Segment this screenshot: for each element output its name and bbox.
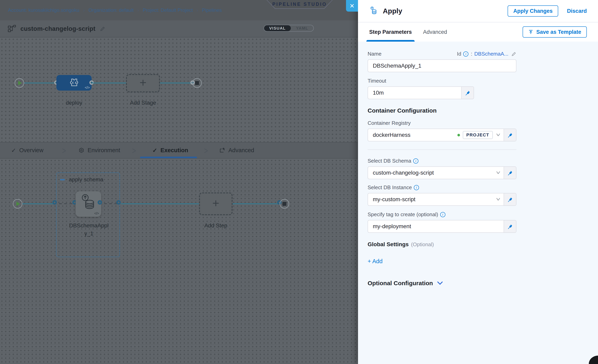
step-label-line1: DBSchemaAppl: [66, 222, 112, 229]
stage-label: deploy: [56, 99, 91, 106]
save-as-template-label: Save as Template: [536, 29, 581, 35]
edge-addstage-to-end: [160, 83, 193, 83]
breadcrumb-account-link[interactable]: Account: kurosakiichigo.songoku: [8, 7, 79, 13]
pipeline-graph-icon: [8, 25, 17, 33]
breadcrumb-organization-link[interactable]: Organization: default: [88, 7, 133, 13]
info-icon[interactable]: i: [414, 185, 419, 190]
step-parameters-form: Name Id i : DBSchemaA... Timeout 10m: [358, 41, 598, 364]
stage-node-deploy[interactable]: </>: [56, 75, 91, 91]
plus-icon: +: [212, 197, 219, 209]
timeout-input[interactable]: 10m: [368, 87, 461, 99]
hexagon-icon: [78, 147, 84, 153]
step-group-label: apply schema: [69, 176, 103, 183]
canvas-dot-grid-execution[interactable]: [0, 159, 358, 364]
apply-changes-button[interactable]: Apply Changes: [508, 5, 558, 17]
section-divider: [368, 149, 516, 150]
db-instance-label: Select DB Instance i: [368, 184, 516, 190]
info-icon[interactable]: i: [463, 51, 468, 57]
edge-addstep-to-end: [233, 203, 280, 204]
advanced-panel-icon: [219, 147, 225, 153]
pin-icon: [507, 223, 513, 229]
tab-execution[interactable]: ✓ Execution: [152, 142, 188, 158]
tab-advanced[interactable]: Advanced: [219, 142, 254, 158]
id-value[interactable]: DBSchemaA...: [474, 51, 508, 57]
breadcrumb-separator: ›: [83, 7, 85, 13]
toggle-visual[interactable]: VISUAL: [264, 25, 291, 31]
close-drawer-button[interactable]: ✕: [346, 0, 358, 12]
pipeline-end-node: [192, 78, 202, 88]
pin-icon: [507, 197, 513, 202]
tab-separator-icon: >: [204, 145, 208, 156]
add-stage-label: Add Stage: [126, 99, 160, 106]
tab-step-parameters[interactable]: Step Parameters: [369, 22, 412, 41]
db-schema-select: custom-changelog-script ˅: [368, 166, 516, 179]
edge-start-to-group: [22, 203, 56, 204]
id-colon: :: [471, 51, 472, 57]
step-group-header[interactable]: apply schema: [60, 176, 103, 183]
breadcrumb-separator: ›: [196, 7, 198, 13]
container-registry-value[interactable]: dockerHarness: [368, 129, 457, 141]
connector-status-dot: [457, 134, 460, 136]
save-as-template-button[interactable]: Save as Template: [523, 26, 587, 38]
input-type-pin-button[interactable]: [504, 193, 516, 205]
db-schema-label: Select DB Schema i: [368, 158, 516, 164]
drawer-header: Apply Apply Changes Discard: [358, 0, 598, 22]
visual-yaml-toggle: VISUAL YAML: [264, 25, 314, 32]
tag-input[interactable]: my-deployment: [368, 220, 504, 232]
input-type-pin-button[interactable]: [461, 87, 473, 99]
tab-separator-icon: >: [62, 145, 66, 156]
tab-step-advanced[interactable]: Advanced: [423, 22, 447, 41]
toggle-yaml[interactable]: YAML: [291, 25, 313, 31]
tab-separator-icon: >: [132, 145, 136, 156]
timeout-label: Timeout: [368, 78, 516, 84]
name-label: Name: [368, 51, 382, 57]
optional-configuration-toggle[interactable]: Optional Configuration: [368, 280, 516, 287]
tab-environment[interactable]: Environment: [78, 142, 120, 158]
add-global-setting-link[interactable]: + Add: [368, 258, 382, 265]
step-code-badge-icon: </>: [94, 211, 99, 215]
chevron-down-icon[interactable]: ˅: [496, 170, 500, 176]
drawer-tabs: Step Parameters Advanced Save as Templat…: [358, 22, 598, 41]
plus-icon: +: [139, 77, 146, 89]
custom-stage-icon: [68, 76, 80, 89]
breadcrumb-project-link[interactable]: Project: Default Project: [143, 7, 193, 13]
check-icon: ✓: [152, 147, 157, 154]
global-settings-optional-label: (Optional): [411, 241, 434, 248]
db-instance-value[interactable]: my-custom-script: [368, 193, 493, 205]
name-input[interactable]: [368, 59, 516, 72]
tab-overview[interactable]: ✓ Overview: [11, 142, 43, 158]
pin-icon: [507, 132, 513, 138]
canvas-dot-grid-stages[interactable]: [0, 37, 358, 142]
add-step-label: Add Step: [199, 222, 233, 229]
db-schema-value[interactable]: custom-changelog-script: [368, 167, 493, 179]
edit-id-icon[interactable]: [511, 51, 516, 57]
step-config-drawer: Apply Apply Changes Discard Step Paramet…: [358, 0, 598, 364]
edge-stage-to-addstage: [91, 83, 126, 83]
add-stage-button[interactable]: +: [126, 74, 160, 92]
discard-button[interactable]: Discard: [567, 8, 587, 14]
db-instance-select: my-custom-script ˅: [368, 193, 516, 206]
info-icon[interactable]: i: [413, 158, 418, 164]
input-type-pin-button[interactable]: [504, 167, 516, 179]
input-type-pin-button[interactable]: [504, 220, 516, 232]
input-type-pin-button[interactable]: [504, 129, 516, 141]
upload-icon: [528, 29, 533, 35]
chevron-down-icon[interactable]: ˅: [496, 197, 500, 202]
pipeline-title: custom-changelog-script: [20, 25, 95, 33]
stage-tab-bar: ✓ Overview > Environment > ✓ Execution >…: [0, 142, 358, 159]
chevron-down-icon[interactable]: ˅: [496, 132, 500, 138]
info-icon[interactable]: i: [440, 212, 445, 217]
tab-advanced-label: Advanced: [228, 147, 254, 154]
scope-badge: PROJECT: [463, 131, 493, 139]
collapse-group-icon[interactable]: [60, 179, 65, 180]
container-registry-field: dockerHarness PROJECT ˅: [368, 129, 516, 141]
step-out-connector: [98, 200, 102, 205]
breadcrumb-pipelines-link[interactable]: Pipelines: [202, 7, 222, 13]
add-step-button[interactable]: +: [199, 192, 233, 215]
tab-environment-label: Environment: [88, 147, 120, 154]
edit-pipeline-name-icon[interactable]: [100, 26, 105, 32]
step-node-dbschemaapply[interactable]: </>: [76, 191, 101, 217]
drawer-title: Apply: [383, 7, 402, 15]
edge-start-to-stage: [24, 83, 56, 83]
chevron-down-icon: [437, 281, 443, 285]
